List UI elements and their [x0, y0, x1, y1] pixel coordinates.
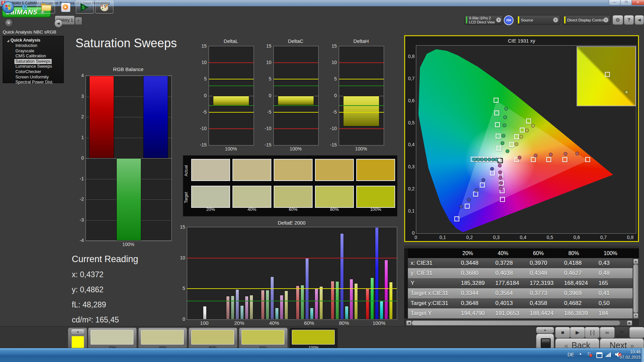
close-button[interactable]: ✕: [632, 0, 644, 5]
delta-bar: [278, 96, 314, 106]
table-cell: 188,4424: [530, 308, 564, 318]
scrollbar-thumb[interactable]: [633, 264, 638, 313]
sidebar-item-introduction[interactable]: Introduction: [14, 43, 38, 49]
delta_h-title: DeltaH: [332, 38, 390, 44]
sidebar-item-grayscale[interactable]: Grayscale: [14, 49, 35, 54]
row-strip: [404, 268, 408, 278]
calman-icon-digit: 5: [82, 5, 85, 10]
reference-line: [339, 79, 384, 79]
network-signal-icon[interactable]: [606, 353, 612, 357]
y-tick-label: 0: [195, 93, 207, 98]
table-cell: 191,0653: [495, 308, 530, 318]
square-icon: ■: [561, 329, 564, 335]
chevron-down-icon: ▼: [496, 17, 501, 22]
swatch-col-label: 80%: [315, 207, 354, 212]
source-dropdown[interactable]: Source ▼: [517, 15, 560, 25]
tray-window-icon[interactable]: [596, 352, 602, 358]
collapse-right-panel-button[interactable]: ◀: [635, 15, 644, 25]
row-strip: [404, 308, 408, 318]
sidebar-item-luminance-sweeps[interactable]: Luminance Sweeps: [14, 64, 53, 69]
reference-line: [339, 112, 384, 113]
blue-sweep-target-square: [480, 183, 485, 188]
target-swatch: [232, 186, 271, 208]
blue-sweep-target-square: [465, 203, 470, 208]
table-vertical-scrollbar[interactable]: ▲ ▼: [633, 258, 639, 319]
taskbar-item-calman[interactable]: 5: [76, 1, 94, 13]
table-cell: 0,4627: [564, 268, 599, 278]
gear-icon: ⚙: [615, 17, 620, 23]
sidebar-item-colorchecker[interactable]: ColorChecker: [14, 69, 42, 75]
deltae-bar: [296, 286, 300, 319]
tray-hidden-icons-chevron[interactable]: ▲: [579, 352, 582, 355]
delta_c-title: DeltaC: [267, 38, 325, 44]
settings-button[interactable]: ⚙: [612, 15, 623, 25]
sidebar-item-cms-calibration[interactable]: CMS Calibration: [14, 54, 47, 59]
scroll-down-icon[interactable]: ▼: [633, 313, 638, 318]
magenta-measured-dot: [499, 181, 502, 185]
tray-language[interactable]: DE: [568, 352, 574, 357]
target-swatch: [274, 186, 313, 208]
scrollbar-thumb[interactable]: [412, 320, 620, 325]
sidebar-item-screen-uniformity[interactable]: Screen Uniformity: [14, 75, 50, 80]
restore-button[interactable]: ❐: [620, 0, 632, 5]
row-strip: [404, 258, 408, 268]
meter-reading-badge[interactable]: 234: [504, 15, 514, 25]
continuous-measure-button[interactable]: ∞: [600, 327, 615, 338]
refresh-button[interactable]: ↻: [614, 327, 630, 338]
reference-line: [339, 128, 384, 129]
scroll-left-icon[interactable]: ◀: [406, 320, 412, 325]
magenta-measured-dot: [498, 164, 502, 167]
taskbar-item-internet-explorer[interactable]: e: [17, 1, 36, 13]
deltae-bar: [319, 286, 323, 319]
meter-dropdown[interactable]: X-Rite i1Pro 2 LCD Direct View ▼: [465, 15, 503, 25]
paint-icon: [100, 3, 109, 11]
tree-root-quick-analysis[interactable]: ◢Quick Analysis: [7, 38, 63, 43]
y-tick-label: 5: [260, 76, 271, 81]
collapse-patch-button[interactable]: ▲: [71, 329, 85, 335]
table-horizontal-scrollbar[interactable]: ◀ ▶: [406, 320, 633, 326]
cie-x-tick: 0,8: [627, 235, 633, 240]
action-center-flag-icon[interactable]: ⚐ ✕: [587, 351, 591, 357]
deltae-x-tick: 100: [187, 320, 222, 326]
magenta-sweep-target-square: [500, 197, 505, 202]
extra-button[interactable]: [629, 327, 644, 338]
y-tick-label: -10: [325, 126, 337, 131]
yellow-measured-dot: [515, 142, 518, 146]
taskbar-item-media-player[interactable]: ▶: [56, 1, 74, 13]
cie-x-tick: 0,2: [466, 235, 473, 240]
sidebar-mode-button[interactable]: [5, 19, 13, 27]
start-button[interactable]: [2, 1, 14, 13]
minimize-button[interactable]: —: [609, 0, 621, 5]
collapse-transport-button[interactable]: ▲: [536, 327, 554, 334]
reference-line: [187, 258, 397, 258]
table-cell: 0,41: [598, 288, 633, 298]
taskbar-item-explorer[interactable]: [37, 1, 55, 13]
red-measured-dot: [518, 156, 521, 160]
taskbar: [0, 348, 644, 362]
table-cell: 0,4682: [564, 298, 599, 308]
cie-y-tick: 0: [406, 230, 415, 236]
inset-measured-dot: [625, 90, 629, 94]
sidebar-item-spectral-power-dist-[interactable]: Spectral Power Dist.: [14, 80, 54, 85]
scroll-right-icon[interactable]: ▶: [627, 320, 632, 325]
reference-line: [274, 62, 318, 63]
reference-line: [209, 105, 254, 106]
play-button[interactable]: ▶: [570, 327, 585, 338]
single-measure-button[interactable]: [·]: [585, 327, 600, 338]
help-button[interactable]: ?: [624, 15, 634, 25]
yellow-sweep-target-square: [514, 134, 519, 139]
sidebar-item-saturation-sweeps[interactable]: Saturation Sweeps: [14, 59, 52, 64]
rgb-balance-chart: [86, 75, 172, 241]
show-desktop-button[interactable]: [641, 348, 644, 362]
deltae-bar: [380, 301, 383, 319]
results-table: 20%40%60%80%100% x: CIE310,34480,37280,3…: [404, 246, 639, 327]
actual-swatch: [315, 159, 354, 181]
collapse-sidebar-button[interactable]: ◀: [54, 19, 62, 27]
add-tab-button[interactable]: +: [75, 17, 82, 24]
display-control-dropdown[interactable]: Direct Display Control ▼: [563, 15, 610, 25]
taskbar-item-paint[interactable]: [95, 1, 113, 13]
reference-line: [274, 112, 318, 113]
stop-button[interactable]: ■: [555, 327, 570, 338]
tray-clock[interactable]: 10:46 07.02.2015: [620, 349, 641, 360]
scroll-up-icon[interactable]: ▲: [633, 259, 638, 264]
